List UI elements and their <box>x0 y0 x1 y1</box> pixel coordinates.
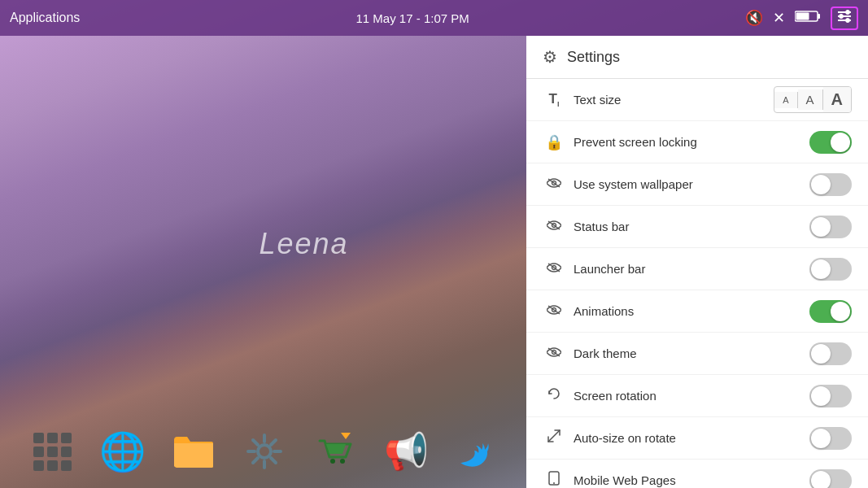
svg-rect-11 <box>61 433 72 443</box>
dock-shopping[interactable] <box>309 425 361 477</box>
text-size-small-button[interactable]: A <box>774 92 797 108</box>
status-bar-toggle[interactable] <box>809 216 852 238</box>
svg-point-42 <box>553 482 555 484</box>
settings-item-prevent-screen-locking: 🔒 Prevent screen locking <box>526 121 868 163</box>
settings-item-launcher-bar: Launcher bar <box>526 248 868 290</box>
toggle-knob <box>831 133 850 152</box>
prevent-screen-locking-toggle[interactable] <box>809 131 852 154</box>
settings-item-dark-theme: Dark theme <box>526 333 868 375</box>
mobile-web-pages-label: Mobile Web Pages <box>574 473 809 487</box>
settings-header: ⚙ Settings <box>526 36 868 79</box>
dark-theme-label: Dark theme <box>574 346 809 360</box>
apps-label: Applications <box>10 11 80 25</box>
toggle-knob <box>811 471 831 489</box>
dock-browser[interactable]: 🌐 <box>97 425 149 477</box>
screen-rotation-toggle[interactable] <box>809 385 852 407</box>
settings-item-animations: Animations <box>526 290 868 333</box>
svg-line-24 <box>271 458 276 463</box>
rotation-icon <box>543 386 565 405</box>
settings-item-screen-rotation: Screen rotation <box>526 375 868 417</box>
svg-rect-1 <box>818 14 820 19</box>
launcher-bar-toggle[interactable] <box>809 258 852 281</box>
eye-icon-launcher-bar <box>543 260 565 277</box>
battery-icon <box>795 10 821 27</box>
svg-rect-12 <box>33 447 44 457</box>
toggle-knob <box>811 429 831 448</box>
dock-apps-grid[interactable] <box>26 425 78 477</box>
toggle-knob <box>811 259 831 279</box>
text-size-icon: TI <box>543 91 565 108</box>
svg-rect-2 <box>796 12 809 20</box>
dock-folder[interactable] <box>168 425 220 477</box>
eye-icon-animations <box>543 303 565 320</box>
svg-point-27 <box>330 459 335 464</box>
svg-point-7 <box>840 14 844 18</box>
toggle-knob <box>811 217 831 237</box>
settings-title: Settings <box>567 49 620 66</box>
text-size-label: Text size <box>574 93 774 107</box>
dark-theme-toggle[interactable] <box>809 342 852 365</box>
svg-point-18 <box>258 445 271 458</box>
settings-gear-icon: ⚙ <box>543 47 557 67</box>
dock: 🌐 📢 <box>0 415 529 488</box>
text-size-large-button[interactable]: A <box>823 87 851 112</box>
svg-rect-17 <box>61 460 72 471</box>
topbar-icons: 🔇 ✕ <box>745 7 858 30</box>
svg-point-8 <box>846 18 850 22</box>
svg-marker-29 <box>341 433 351 439</box>
toggle-knob <box>811 175 831 194</box>
auto-size-rotate-toggle[interactable] <box>809 427 852 450</box>
settings-item-text-size: TI Text size A A A <box>526 79 868 121</box>
settings-item-status-bar: Status bar <box>526 206 868 248</box>
settings-item-use-system-wallpaper: Use system wallpaper <box>526 163 868 206</box>
mobile-web-pages-toggle[interactable] <box>809 469 852 489</box>
svg-line-26 <box>253 458 258 463</box>
svg-rect-9 <box>33 433 44 443</box>
svg-line-40 <box>548 430 560 442</box>
lock-icon: 🔒 <box>543 133 565 151</box>
auto-size-rotate-label: Auto-size on rotate <box>574 431 809 445</box>
settings-item-auto-size-rotate: Auto-size on rotate <box>526 417 868 460</box>
auto-size-icon <box>543 429 565 447</box>
svg-rect-13 <box>47 447 58 457</box>
wallpaper-text: Leena <box>259 227 348 261</box>
mobile-icon <box>543 471 565 488</box>
toggle-knob <box>811 386 831 406</box>
volume-icon[interactable]: 🔇 <box>745 9 763 27</box>
text-size-control[interactable]: A A A <box>774 86 852 113</box>
use-system-wallpaper-label: Use system wallpaper <box>574 177 809 191</box>
svg-point-6 <box>846 10 850 14</box>
eye-icon-wallpaper <box>543 176 565 193</box>
animations-toggle[interactable] <box>809 300 852 323</box>
svg-rect-16 <box>47 460 58 471</box>
toggle-knob <box>831 302 850 321</box>
svg-rect-14 <box>61 447 72 457</box>
settings-item-mobile-web-pages: Mobile Web Pages <box>526 460 868 488</box>
dock-settings[interactable] <box>238 425 290 477</box>
prevent-screen-locking-label: Prevent screen locking <box>574 135 809 149</box>
datetime-label: 11 May 17 - 1:07 PM <box>80 11 745 25</box>
svg-rect-10 <box>47 433 58 443</box>
close-icon[interactable]: ✕ <box>773 9 785 27</box>
svg-rect-15 <box>33 460 44 471</box>
text-size-medium-button[interactable]: A <box>798 89 823 110</box>
animations-label: Animations <box>574 304 809 318</box>
toggle-knob <box>811 344 831 364</box>
settings-panel: ⚙ Settings TI Text size A A A 🔒 Prevent … <box>526 36 868 488</box>
top-bar: Applications 11 May 17 - 1:07 PM 🔇 ✕ <box>0 0 868 36</box>
launcher-bar-label: Launcher bar <box>574 262 809 276</box>
settings-panel-toggle-button[interactable] <box>831 7 858 30</box>
svg-point-28 <box>340 459 345 464</box>
screen-rotation-label: Screen rotation <box>574 389 809 403</box>
eye-icon-status-bar <box>543 218 565 235</box>
dock-twitter[interactable] <box>451 425 503 477</box>
use-system-wallpaper-toggle[interactable] <box>809 173 852 196</box>
status-bar-label: Status bar <box>574 220 809 233</box>
svg-line-23 <box>253 440 258 445</box>
svg-line-25 <box>271 440 276 445</box>
eye-icon-dark-theme <box>543 345 565 362</box>
dock-megaphone[interactable]: 📢 <box>380 425 432 477</box>
